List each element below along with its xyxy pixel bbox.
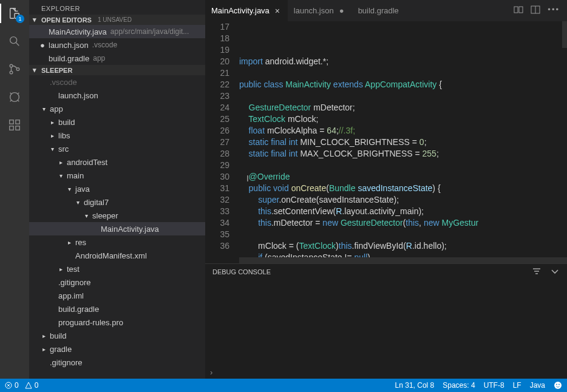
more-icon[interactable]: •••	[548, 5, 560, 16]
svg-point-13	[554, 382, 562, 389]
editor-tab[interactable]: launch.json●	[288, 0, 352, 21]
tree-item[interactable]: ▾src	[29, 142, 205, 155]
dirty-dot-icon[interactable]: ●	[40, 41, 45, 50]
file-label: MainActivity.java	[49, 27, 107, 36]
tree-label: sleeper	[92, 211, 118, 220]
code-line[interactable]	[239, 90, 567, 102]
tree-item[interactable]: ▸test	[29, 262, 205, 275]
search-icon[interactable]	[6, 33, 23, 50]
panel-chevron-icon[interactable]	[550, 266, 560, 277]
chevron-icon: ▸	[66, 239, 73, 246]
status-spaces[interactable]: Spaces: 4	[443, 381, 475, 390]
status-lang[interactable]: Java	[530, 381, 545, 390]
tree-item[interactable]: app.iml	[29, 289, 205, 302]
file-path: app/src/main/java/digit...	[110, 27, 189, 36]
code-line[interactable]: static final int MIN_CLOCK_BRIGHTNESS = …	[239, 137, 567, 148]
source-control-icon[interactable]	[6, 61, 23, 78]
code-line[interactable]: this.mDetector = new GestureDetector(thi…	[239, 217, 567, 229]
code-line[interactable]: public void onCreate(Bundle savedInstanc…	[239, 183, 567, 194]
code-line[interactable]: float mClockAlpha = 64;//.3f;	[239, 125, 567, 137]
code-line[interactable]: this.setContentView(R.layout.activity_ma…	[239, 206, 567, 217]
svg-point-0	[10, 37, 17, 44]
tree-item[interactable]: .vscode	[29, 75, 205, 89]
tree-item[interactable]: launch.json	[29, 89, 205, 102]
status-bar: 0 0 Ln 31, Col 8 Spaces: 4 UTF-8 LF Java	[0, 379, 567, 392]
filter-icon[interactable]	[532, 266, 542, 277]
tree-label: digital7	[84, 198, 109, 207]
tree-item[interactable]: MainActivity.java	[29, 222, 205, 235]
chevron-down-icon: ▾	[30, 16, 39, 24]
code-line[interactable]	[239, 67, 567, 79]
open-editor-item[interactable]: ●launch.json.vscode	[29, 38, 205, 52]
sidebar-title: EXPLORER	[29, 0, 205, 15]
code-line[interactable]: mClock = (TextClock)this.findViewById(R.…	[239, 240, 567, 252]
tree-item[interactable]: ▸libs	[29, 129, 205, 142]
code-line[interactable]: if (savedInstanceState != null)	[239, 252, 567, 257]
open-editors-label: OPEN EDITORS	[41, 16, 92, 24]
open-editor-item[interactable]: MainActivity.javaapp/src/main/java/digit…	[29, 25, 205, 38]
code-line[interactable]: super.onCreate(savedInstanceState);	[239, 194, 567, 206]
code-editor[interactable]: 1718192021222324252627282930313233343536…	[205, 21, 567, 257]
minimap-slider[interactable]	[562, 21, 567, 48]
tree-item[interactable]: ▾java	[29, 182, 205, 195]
debug-icon[interactable]	[6, 89, 23, 106]
breadcrumb[interactable]: ›	[205, 365, 567, 379]
tree-item[interactable]: ▸androidTest	[29, 155, 205, 169]
chevron-icon: ▸	[40, 333, 47, 339]
code-line[interactable]: TextClock mClock;	[239, 113, 567, 125]
extensions-icon[interactable]	[6, 117, 23, 133]
tree-item[interactable]: ▸gradle	[29, 342, 205, 356]
code-line[interactable]: static final int MAX_CLOCK_BRIGHTNESS = …	[239, 148, 567, 160]
status-warnings[interactable]: 0	[25, 381, 39, 390]
tree-label: src	[58, 144, 69, 154]
chevron-icon: ▾	[66, 186, 73, 192]
tree-item[interactable]: ▾main	[29, 169, 205, 182]
debug-console-body[interactable]	[205, 280, 567, 365]
code-line[interactable]: public class MainActivity extends AppCom…	[239, 79, 567, 90]
split-editor-icon[interactable]	[531, 5, 540, 16]
code-line[interactable]	[239, 160, 567, 171]
open-editor-item[interactable]: build.gradleapp	[29, 52, 205, 65]
tree-item[interactable]: ▾digital7	[29, 195, 205, 209]
tree-item[interactable]: proguard-rules.pro	[29, 316, 205, 329]
open-editors-header[interactable]: ▾ OPEN EDITORS 1 UNSAVED	[29, 15, 205, 25]
svg-point-15	[559, 384, 560, 385]
tree-item[interactable]: ▸build	[29, 329, 205, 342]
chevron-icon: ▸	[49, 119, 56, 126]
tree-item[interactable]: AndroidManifest.xml	[29, 249, 205, 262]
tree-label: build.gradle	[58, 305, 99, 314]
tree-label: java	[75, 184, 90, 194]
explorer-icon[interactable]: 1	[6, 5, 23, 22]
tree-item[interactable]: .gitignore	[29, 275, 205, 289]
code-line[interactable]: import android.widget.*;	[239, 56, 567, 67]
tree-item[interactable]: ▾sleeper	[29, 209, 205, 222]
tree-item[interactable]: ▸res	[29, 235, 205, 249]
code-line[interactable]: @Override	[239, 171, 567, 183]
dirty-dot-icon: ●	[338, 6, 346, 15]
tree-item[interactable]: ▸build	[29, 115, 205, 129]
code-line[interactable]: GestureDetector mDetector;	[239, 102, 567, 113]
code-line[interactable]	[239, 229, 567, 240]
tree-label: .gitignore	[50, 358, 82, 367]
explorer-badge: 1	[16, 15, 24, 23]
project-header[interactable]: ▾ SLEEPER	[29, 65, 205, 75]
tree-item[interactable]: .gitignore	[29, 356, 205, 369]
editor-tab[interactable]: MainActivity.java×	[205, 0, 288, 21]
svg-rect-6	[10, 126, 13, 130]
chevron-icon: ▾	[74, 199, 81, 206]
status-lncol[interactable]: Ln 31, Col 8	[395, 381, 435, 390]
status-encoding[interactable]: UTF-8	[484, 381, 504, 390]
editor-tab[interactable]: build.gradle	[352, 0, 417, 21]
tree-label: build	[58, 118, 75, 127]
tree-item[interactable]: ▾app	[29, 102, 205, 115]
tree-item[interactable]: build.gradle	[29, 302, 205, 316]
status-feedback-icon[interactable]	[554, 381, 562, 390]
horizontal-scrollbar[interactable]	[239, 257, 567, 263]
svg-point-14	[556, 384, 557, 385]
compare-icon[interactable]	[514, 5, 523, 16]
status-errors[interactable]: 0	[5, 381, 19, 390]
tree-label: MainActivity.java	[101, 225, 159, 234]
chevron-icon: ▾	[40, 106, 47, 112]
status-eol[interactable]: LF	[513, 381, 521, 390]
close-icon[interactable]: ×	[273, 6, 282, 16]
